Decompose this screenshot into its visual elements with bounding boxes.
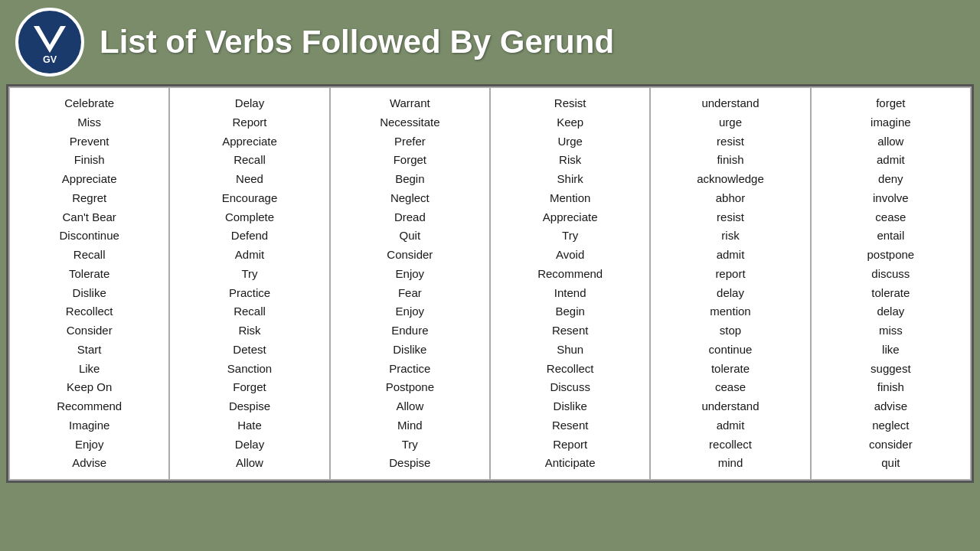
verb-word: cease xyxy=(815,208,967,227)
verb-word: Dislike xyxy=(494,397,646,416)
verb-word: Detest xyxy=(173,341,325,360)
verb-word: resist xyxy=(654,132,806,152)
verb-word: Recommend xyxy=(494,265,646,284)
verb-word: Resist xyxy=(494,94,646,113)
verb-word: quit xyxy=(815,454,967,473)
verb-word: Try xyxy=(334,435,486,455)
verb-word: Appreciate xyxy=(173,132,325,152)
verb-word: Despise xyxy=(173,397,325,416)
verb-word: Forget xyxy=(173,378,325,397)
verb-word: discuss xyxy=(815,265,967,284)
verb-word: understand xyxy=(654,397,806,416)
verb-word: admit xyxy=(654,246,806,265)
verb-word: Risk xyxy=(173,321,325,341)
verb-word: Appreciate xyxy=(494,208,646,227)
verb-word: stop xyxy=(654,321,806,341)
verb-word: Despise xyxy=(334,454,486,473)
verb-word: Neglect xyxy=(334,189,486,208)
verb-word: Prefer xyxy=(334,132,486,152)
verb-word: admit xyxy=(815,151,967,170)
header: GV List of Verbs Followed By Gerund xyxy=(0,0,980,84)
verb-word: Recall xyxy=(173,151,325,170)
verb-word: Report xyxy=(494,435,646,455)
verb-word: mind xyxy=(654,454,806,473)
column-1: DelayReportAppreciateRecallNeedEncourage… xyxy=(169,87,329,480)
logo: GV xyxy=(15,8,84,77)
verb-word: Like xyxy=(13,360,165,379)
verb-word: recollect xyxy=(654,435,806,455)
verb-word: Finish xyxy=(13,151,165,170)
table-row: CelebrateMissPreventFinishAppreciateRegr… xyxy=(9,87,971,480)
verb-word: advise xyxy=(815,397,967,416)
verb-word: Necessitate xyxy=(334,113,486,132)
verb-word: Shun xyxy=(494,341,646,360)
verb-word: deny xyxy=(815,170,967,189)
verb-word: consider xyxy=(815,435,967,455)
verb-word: Postpone xyxy=(334,378,486,397)
verb-word: delay xyxy=(815,302,967,321)
verb-word: Forget xyxy=(334,151,486,170)
verb-word: Consider xyxy=(334,246,486,265)
verb-word: Mind xyxy=(334,416,486,435)
verb-word: imagine xyxy=(815,113,967,132)
verb-word: finish xyxy=(654,151,806,170)
verb-word: Shirk xyxy=(494,170,646,189)
verb-word: tolerate xyxy=(654,360,806,379)
verb-word: Delay xyxy=(173,94,325,113)
verb-word: Quit xyxy=(334,227,486,246)
verb-word: Allow xyxy=(173,454,325,473)
verb-word: Keep xyxy=(494,113,646,132)
verb-word: Defend xyxy=(173,227,325,246)
verb-word: resist xyxy=(654,208,806,227)
verb-word: Resent xyxy=(494,321,646,341)
verb-word: entail xyxy=(815,227,967,246)
verb-word: Begin xyxy=(494,302,646,321)
verb-word: tolerate xyxy=(815,284,967,303)
verb-word: Try xyxy=(494,227,646,246)
verb-word: Enjoy xyxy=(13,435,165,455)
verb-word: Fear xyxy=(334,284,486,303)
verb-word: Warrant xyxy=(334,94,486,113)
verb-word: Avoid xyxy=(494,246,646,265)
verb-word: Recall xyxy=(173,302,325,321)
verb-word: postpone xyxy=(815,246,967,265)
verb-word: Enjoy xyxy=(334,265,486,284)
verb-word: Urge xyxy=(494,132,646,152)
verb-word: Practice xyxy=(334,360,486,379)
verb-word: Delay xyxy=(173,435,325,455)
verb-word: continue xyxy=(654,341,806,360)
verb-word: Allow xyxy=(334,397,486,416)
verb-word: Regret xyxy=(13,189,165,208)
verb-word: Practice xyxy=(173,284,325,303)
verb-word: Admit xyxy=(173,246,325,265)
verb-word: Imagine xyxy=(13,416,165,435)
verb-word: Dread xyxy=(334,208,486,227)
verb-word: Mention xyxy=(494,189,646,208)
verb-word: Report xyxy=(173,113,325,132)
verb-word: Intend xyxy=(494,284,646,303)
verb-word: Dislike xyxy=(13,284,165,303)
verb-word: Celebrate xyxy=(13,94,165,113)
verb-word: Recollect xyxy=(494,360,646,379)
verb-word: Tolerate xyxy=(13,265,165,284)
verb-word: Advise xyxy=(13,454,165,473)
verb-word: urge xyxy=(654,113,806,132)
verb-word: Risk xyxy=(494,151,646,170)
table-container: CelebrateMissPreventFinishAppreciateRegr… xyxy=(6,84,974,483)
verb-word: Hate xyxy=(173,416,325,435)
verb-word: Encourage xyxy=(173,189,325,208)
verb-word: Keep On xyxy=(13,378,165,397)
verb-word: Consider xyxy=(13,321,165,341)
verb-word: abhor xyxy=(654,189,806,208)
verb-word: Recommend xyxy=(13,397,165,416)
verb-word: Prevent xyxy=(13,132,165,152)
verb-word: Appreciate xyxy=(13,170,165,189)
verb-word: Dislike xyxy=(334,341,486,360)
verb-word: neglect xyxy=(815,416,967,435)
verb-word: allow xyxy=(815,132,967,152)
verb-word: involve xyxy=(815,189,967,208)
verb-word: Recollect xyxy=(13,302,165,321)
verb-word: cease xyxy=(654,378,806,397)
verb-word: risk xyxy=(654,227,806,246)
verb-word: Enjoy xyxy=(334,302,486,321)
